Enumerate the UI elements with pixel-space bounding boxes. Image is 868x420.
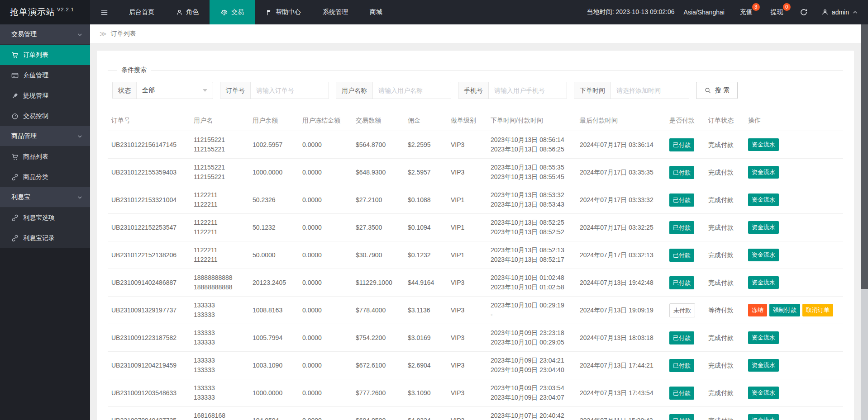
sidebar-toggle-button[interactable] <box>90 0 118 24</box>
fund-flow-button[interactable]: 资金流水 <box>748 331 779 344</box>
fund-flow-button[interactable]: 资金流水 <box>748 221 779 234</box>
sidebar-item-recharge-manage[interactable]: 充值管理 <box>0 65 90 85</box>
paid-cell: 已付款 <box>666 407 705 420</box>
last-pay-cell: 2024年07月17日 03:36:14 <box>576 131 666 159</box>
paid-cell: 已付款 <box>666 186 705 214</box>
sidebar-item-order-list[interactable]: 订单列表 <box>0 45 90 65</box>
withdraw-link[interactable]: 提现 0 <box>762 0 792 24</box>
actions-cell: 资金流水 <box>744 407 843 420</box>
last-pay-cell: 2024年07月13日 17:43:54 <box>576 379 666 407</box>
paid-cell: 未付款 <box>666 297 705 324</box>
sidebar-item-trade-control[interactable]: 交易控制 <box>0 106 90 126</box>
recharge-link[interactable]: 充值 3 <box>731 0 762 24</box>
nav-item-mall[interactable]: 商城 <box>359 0 393 24</box>
sidebar-item-interest-options[interactable]: 利息宝选项 <box>0 208 90 228</box>
hamburger-icon <box>100 8 109 17</box>
actions-cell: 资金流水 <box>744 379 843 407</box>
search-button[interactable]: 搜 索 <box>696 82 738 99</box>
vip-level: VIP3 <box>451 279 464 286</box>
balance-value: 104.0504 <box>253 417 279 420</box>
fund-flow-button[interactable]: 资金流水 <box>748 166 779 179</box>
frozen-cell: 0.0000 <box>299 214 352 241</box>
order-status-cell: 等待付款 <box>705 297 744 324</box>
order-no: UB2310122152253547 <box>111 224 176 231</box>
link-icon <box>11 235 19 242</box>
sidebar-group-trade-manage[interactable]: 交易管理 <box>0 24 90 45</box>
fund-flow-button[interactable]: 资金流水 <box>748 414 779 420</box>
amount-value: $564.8700 <box>356 141 386 148</box>
order-no-input[interactable] <box>251 82 329 99</box>
order-status-cell: 完成付款 <box>705 186 744 214</box>
fund-flow-button[interactable]: 资金流水 <box>748 359 779 372</box>
content-card: 条件搜索 状态全部订单号用户名称手机号下单时间搜 索 订单号用户名用户余额用户冻… <box>97 51 854 420</box>
withdraw-label: 提现 <box>771 8 783 16</box>
sidebar-item-withdraw-manage[interactable]: 提现管理 <box>0 85 90 106</box>
sidebar-group-title: 交易管理 <box>11 30 37 38</box>
force-pay-button[interactable]: 强制付款 <box>769 304 800 316</box>
column-header: 佣金 <box>404 111 447 131</box>
order-no-cell: UB2310091402486887 <box>108 269 190 297</box>
user-cell: 11222111122211 <box>190 186 249 214</box>
frozen-cell: 0.0000 <box>299 186 352 214</box>
scrollbar-thumb[interactable] <box>861 24 868 289</box>
user-menu[interactable]: admin <box>815 0 868 24</box>
order-time: 2023年10月10日 01:02:48 <box>491 273 572 283</box>
freeze-button[interactable]: 冻结 <box>748 304 767 316</box>
table-row: UB23101221561471451121552211121552211002… <box>108 131 843 159</box>
phone-input[interactable] <box>489 82 567 99</box>
amount-value: $778.4000 <box>356 307 386 314</box>
user-line-2: 112155221 <box>194 145 245 154</box>
time-cell: 2023年10月09日 23:04:212023年10月09日 23:04:40 <box>487 352 576 379</box>
vertical-scrollbar[interactable] <box>861 24 868 420</box>
sidebar-item-label: 交易控制 <box>23 112 48 120</box>
status-select[interactable]: 全部 <box>137 82 213 99</box>
cancel-order-button[interactable]: 取消订单 <box>802 304 833 316</box>
sidebar-item-goods-list[interactable]: 商品列表 <box>0 146 90 167</box>
username-input[interactable] <box>373 82 451 99</box>
nav-item-trade[interactable]: 交易 <box>210 0 255 24</box>
level-cell: VIP3 <box>447 352 487 379</box>
order-no-cell: UB2310091203548633 <box>108 379 190 407</box>
user-line-1: 168168168 <box>194 411 245 420</box>
nav-item-roles[interactable]: 角色 <box>165 0 210 24</box>
commission-value: $0.1094 <box>408 224 431 231</box>
amount-cell: $30.7900 <box>352 241 404 269</box>
refresh-button[interactable] <box>792 0 815 24</box>
amount-cell: $778.4000 <box>352 297 404 324</box>
fund-flow-button[interactable]: 资金流水 <box>748 387 779 399</box>
commission-cell: $3.1090 <box>404 379 447 407</box>
last-pay-time: 2024年07月17日 03:33:32 <box>580 196 653 203</box>
order-time-input[interactable] <box>611 82 689 99</box>
sidebar-group-interest[interactable]: 利息宝 <box>0 187 90 208</box>
sidebar-item-label: 利息宝记录 <box>23 234 55 242</box>
last-pay-time: 2024年07月11日 15:20:42 <box>580 417 653 420</box>
balance-cell: 1000.0000 <box>249 379 299 407</box>
fund-flow-button[interactable]: 资金流水 <box>748 193 779 206</box>
order-time: 2023年10月07日 20:40:42 <box>491 411 572 420</box>
fund-flow-button[interactable]: 资金流水 <box>748 138 779 151</box>
vip-level: VIP3 <box>451 389 464 396</box>
search-field-order-no: 订单号 <box>220 82 329 99</box>
amount-value: $754.2200 <box>356 334 386 341</box>
last-pay-cell: 2024年07月13日 17:44:21 <box>576 352 666 379</box>
sidebar-group-goods-manage[interactable]: 商品管理 <box>0 126 90 146</box>
vip-level: VIP1 <box>451 224 464 231</box>
commission-cell: $0.1088 <box>404 186 447 214</box>
order-no: UB2310122156147145 <box>111 141 176 148</box>
nav-item-help[interactable]: 帮助中心 <box>255 0 312 24</box>
search-field-order-time: 下单时间 <box>574 82 689 99</box>
recharge-badge: 3 <box>752 3 760 11</box>
nav-item-system[interactable]: 系统管理 <box>312 0 359 24</box>
nav-item-home[interactable]: 后台首页 <box>118 0 165 24</box>
column-header: 用户冻结金额 <box>299 111 352 131</box>
sidebar-item-interest-records[interactable]: 利息宝记录 <box>0 228 90 248</box>
fund-flow-button[interactable]: 资金流水 <box>748 249 779 261</box>
main-content: ≫ 订单列表 条件搜索 状态全部订单号用户名称手机号下单时间搜 索 订单号用户名… <box>90 24 861 420</box>
nav-item-label: 后台首页 <box>129 8 154 16</box>
gavel-icon <box>11 92 19 99</box>
sidebar-item-goods-category[interactable]: 商品分类 <box>0 167 90 187</box>
fund-flow-button[interactable]: 资金流水 <box>748 276 779 289</box>
pay-time: 2023年10月13日 08:52:17 <box>491 255 572 264</box>
amount-value: $27.3500 <box>356 224 382 231</box>
user-line-1: 133333 <box>194 301 245 310</box>
